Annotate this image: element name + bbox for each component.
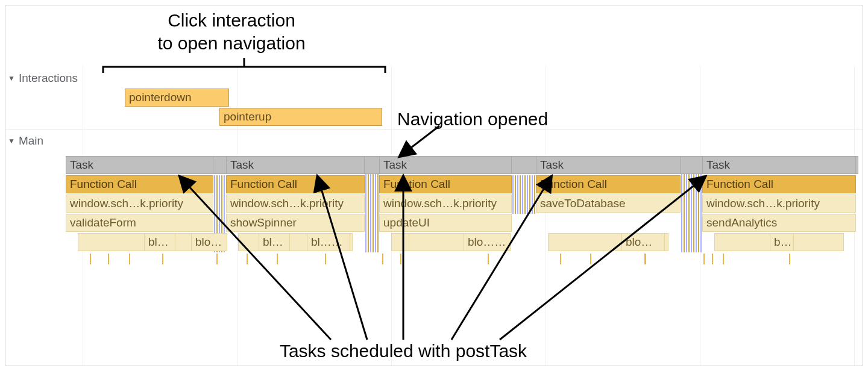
- leaf-task[interactable]: bl…k: [144, 233, 175, 251]
- annotation-click-interaction: Click interaction to open navigation: [102, 9, 361, 54]
- scheduler-call[interactable]: window.sch…k.priority: [226, 195, 365, 213]
- interaction-pointerdown[interactable]: pointerdown: [125, 89, 229, 107]
- task-block[interactable]: Task: [379, 156, 512, 174]
- action-call[interactable]: sendAnalytics: [702, 214, 856, 232]
- main-thread-track[interactable]: TaskFunction Callwindow.sch…k.priorityva…: [66, 156, 858, 276]
- action-call[interactable]: updateUI: [379, 214, 512, 232]
- leaf-task[interactable]: blo…sk: [621, 233, 665, 251]
- function-call[interactable]: Function Call: [226, 175, 365, 193]
- section-label: Main: [19, 134, 43, 148]
- task-block[interactable]: Task: [226, 156, 365, 174]
- scheduler-call[interactable]: window.sch…k.priority: [379, 195, 512, 213]
- section-header-main[interactable]: ▼ Main: [8, 134, 43, 148]
- chevron-down-icon: ▼: [8, 74, 15, 83]
- leaf-task[interactable]: bl…k: [259, 233, 290, 251]
- annotation-navigation-opened: Navigation opened: [397, 108, 548, 131]
- task-block[interactable]: Task: [536, 156, 681, 174]
- leaf-task[interactable]: [401, 233, 409, 251]
- devtools-performance-panel: Click interaction to open navigation ▼ I…: [5, 5, 863, 366]
- leaf-row: [78, 233, 201, 251]
- section-label: Interactions: [19, 72, 78, 85]
- function-call[interactable]: Function Call: [66, 175, 213, 193]
- task-block[interactable]: Task: [66, 156, 213, 174]
- tick-marks: [66, 254, 858, 272]
- action-call[interactable]: validateForm: [66, 214, 213, 232]
- svg-line-1: [400, 126, 439, 156]
- interaction-pointerup[interactable]: pointerup: [219, 108, 382, 126]
- section-header-interactions[interactable]: ▼ Interactions: [8, 72, 78, 85]
- action-call[interactable]: showSpinner: [226, 214, 365, 232]
- annotation-posttask: Tasks scheduled with postTask: [222, 340, 584, 363]
- task-block[interactable]: Task: [702, 156, 856, 174]
- scheduler-call[interactable]: saveToDatabase: [536, 195, 681, 213]
- leaf-task[interactable]: blo…ask: [464, 233, 511, 251]
- leaf-task[interactable]: blo…sk: [191, 233, 227, 251]
- leaf-task[interactable]: bl…ask: [307, 233, 350, 251]
- function-call[interactable]: Function Call: [379, 175, 512, 193]
- gap-stripes: [512, 175, 535, 214]
- function-call[interactable]: Function Call: [702, 175, 856, 193]
- chevron-down-icon: ▼: [8, 137, 15, 145]
- leaf-task[interactable]: b…: [770, 233, 794, 251]
- scheduler-call[interactable]: window.sch…k.priority: [66, 195, 213, 213]
- scheduler-call[interactable]: window.sch…k.priority: [702, 195, 856, 213]
- function-call[interactable]: Function Call: [536, 175, 681, 193]
